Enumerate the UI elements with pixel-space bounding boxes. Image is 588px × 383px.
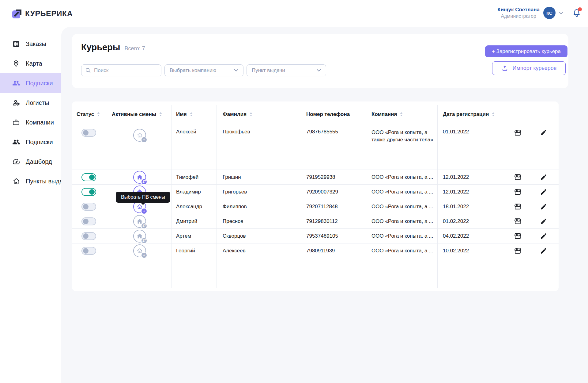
search-input[interactable] — [94, 67, 157, 74]
search-icon — [85, 67, 91, 73]
company-filter-label: Выбрать компанию — [170, 67, 216, 74]
sidebar-item-pickup-points[interactable]: Пункты выдач — [0, 171, 61, 191]
phone-cell: 79207112848 — [300, 204, 371, 210]
sidebar-item-dashboard[interactable]: Дашборд — [0, 152, 61, 171]
column-header[interactable]: Статус — [77, 111, 112, 117]
couriers-table-card: СтатусАктивные сменыИмяФамилияНомер теле… — [72, 101, 559, 291]
edit-pencil-icon[interactable] — [540, 247, 547, 255]
toggle-knob — [83, 248, 89, 254]
status-toggle[interactable] — [81, 129, 96, 137]
user-role: Администратор — [497, 13, 540, 19]
column-header-label: Фамилия — [223, 111, 247, 117]
brand-name: КУРЬЕРИКА — [25, 9, 73, 18]
company-cell: ООО «Рога и копыта, а ... — [371, 247, 443, 255]
map-pin-icon — [12, 60, 20, 67]
sidebar-item-orders[interactable]: Заказы — [0, 34, 61, 54]
edit-pencil-icon[interactable] — [540, 129, 547, 136]
user-menu: Кищук Светлана Администратор КС — [497, 7, 581, 19]
storefront-icon[interactable] — [514, 173, 522, 181]
column-header-label: Номер телефона — [306, 111, 350, 117]
company-cell: ООО «Рога и копыта, а также другие части… — [371, 129, 443, 144]
registration-date-cell: 10.02.2022 — [443, 248, 508, 254]
chevron-down-icon[interactable] — [559, 11, 564, 14]
status-toggle[interactable] — [81, 217, 96, 225]
user-info: Кищук Светлана Администратор — [497, 7, 540, 19]
edit-pencil-icon[interactable] — [540, 203, 547, 210]
import-couriers-label: Импорт курьеров — [513, 65, 557, 71]
status-toggle[interactable] — [81, 232, 96, 240]
column-header[interactable]: Компания — [371, 111, 443, 117]
first-name-cell: Тимофей — [172, 174, 217, 180]
avatar[interactable]: КС — [543, 7, 556, 19]
toggle-knob — [89, 174, 95, 180]
column-header-label: Статус — [77, 111, 94, 117]
column-header-label: Компания — [371, 111, 397, 117]
column-header[interactable]: Активные смены — [112, 111, 172, 117]
sort-icon[interactable] — [400, 112, 403, 117]
company-cell: ООО «Рога и копыта, а ... — [371, 174, 443, 181]
register-courier-button[interactable]: + Зарегистрировать курьера — [485, 45, 567, 57]
status-toggle[interactable] — [81, 173, 96, 181]
column-header[interactable]: Имя — [172, 111, 217, 117]
edit-pencil-icon[interactable] — [540, 232, 547, 240]
shift-badge: 17 — [141, 223, 147, 229]
shift-badge: + — [141, 136, 147, 143]
sidebar-item-subscriptions[interactable]: Подписки — [0, 73, 61, 93]
edit-pencil-icon[interactable] — [540, 218, 547, 225]
sort-icon[interactable] — [249, 112, 253, 117]
status-toggle[interactable] — [81, 247, 96, 255]
table-row: +АлексейПрокофьев79876785555ООО «Рога и … — [72, 123, 559, 170]
pickup-point-filter-dropdown[interactable]: Пункт выдачи — [247, 64, 326, 76]
table-header-row: СтатусАктивные сменыИмяФамилияНомер теле… — [72, 101, 559, 123]
sidebar-item-subscriptions-2[interactable]: Подписки — [0, 132, 61, 152]
toggle-knob — [83, 219, 89, 224]
toggle-knob — [83, 130, 89, 136]
app-logo[interactable]: КУРЬЕРИКА — [12, 8, 73, 19]
company-cell: ООО «Рога и копыта, а ... — [371, 218, 443, 225]
sidebar-item-label: Логисты — [26, 99, 49, 106]
shift-badge: + — [141, 252, 147, 259]
active-shift-button[interactable]: + — [133, 244, 146, 257]
sort-icon[interactable] — [159, 112, 162, 117]
edit-pencil-icon[interactable] — [540, 188, 547, 196]
registration-date-cell: 12.01.2022 — [443, 189, 508, 195]
sort-icon[interactable] — [97, 112, 100, 117]
active-shift-button[interactable]: + — [133, 129, 146, 142]
column-divider — [437, 105, 438, 288]
first-name-cell: Артем — [172, 233, 217, 239]
import-couriers-button[interactable]: Импорт курьеров — [492, 61, 566, 75]
table-row: 17АртемСкворцов79537489105ООО «Рога и ко… — [72, 228, 559, 243]
active-shift-button[interactable]: 17 — [133, 215, 146, 228]
storefront-icon[interactable] — [514, 129, 522, 136]
sort-icon[interactable] — [190, 112, 193, 117]
group-icon — [12, 138, 20, 146]
sidebar-item-label: Подписки — [26, 80, 53, 87]
last-name-cell: Прокофьев — [217, 129, 300, 135]
status-toggle[interactable] — [81, 188, 96, 196]
column-header[interactable]: Дата регистрации — [443, 111, 508, 117]
active-shift-button[interactable]: 17 — [133, 171, 146, 184]
sidebar-item-map[interactable]: Карта — [0, 54, 61, 73]
column-header-label: Имя — [176, 111, 187, 117]
active-shift-button[interactable]: 17 — [133, 230, 146, 243]
sidebar-item-logists[interactable]: Логисты — [0, 93, 61, 113]
first-name-cell: Дмитрий — [172, 218, 217, 224]
upload-icon — [501, 65, 508, 72]
status-toggle[interactable] — [81, 203, 96, 211]
column-header[interactable]: Фамилия — [217, 111, 300, 117]
search-field — [81, 64, 161, 76]
notifications-button[interactable] — [572, 8, 581, 17]
sidebar-item-companies[interactable]: Компании — [0, 113, 61, 132]
storefront-icon[interactable] — [514, 188, 522, 196]
first-name-cell: Владимир — [172, 189, 217, 195]
sort-icon[interactable] — [492, 112, 495, 117]
storefront-icon[interactable] — [514, 247, 522, 255]
company-filter-dropdown[interactable]: Выбрать компанию — [164, 64, 243, 76]
edit-pencil-icon[interactable] — [540, 174, 547, 181]
last-name-cell: Гришин — [217, 174, 300, 180]
user-name: Кищук Светлана — [497, 7, 540, 13]
table-row: 17ДмитрийПреснов79129830112ООО «Рога и к… — [72, 214, 559, 228]
storefront-icon[interactable] — [514, 203, 522, 210]
storefront-icon[interactable] — [514, 217, 522, 225]
storefront-icon[interactable] — [514, 232, 522, 240]
